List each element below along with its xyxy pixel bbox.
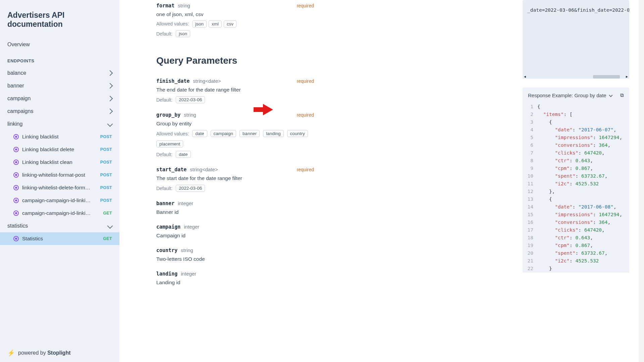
http-method-badge: POST — [100, 134, 112, 139]
code-content: { — [537, 103, 540, 111]
line-number: 20 — [523, 249, 537, 257]
endpoint-icon — [13, 172, 19, 178]
allowed-label: Allowed values: — [156, 131, 189, 136]
default-label: Default: — [156, 152, 172, 157]
sidebar-item-campaigns[interactable]: campaigns — [0, 105, 119, 118]
sidebar-subitem[interactable]: linking-whitelist-format-postPOST — [0, 169, 119, 181]
sidebar-footer[interactable]: ⚡ powered by Stoplight — [0, 344, 119, 362]
sidebar-scroll[interactable]: Overview ENDPOINTS balancebannercampaign… — [0, 35, 119, 344]
sidebar-item-label: banner — [7, 83, 24, 89]
code-line: 20 "spent": 63732.67, — [523, 249, 629, 257]
response-code[interactable]: 1{2 "items": [3 {4 "date": "2017-06-07",… — [523, 103, 629, 273]
sidebar-item-balance[interactable]: balance — [0, 67, 119, 79]
sidebar-subitem[interactable]: Linking blacklist deletePOST — [0, 143, 119, 156]
chevron-down-icon — [107, 121, 113, 127]
param-name: start_date — [156, 167, 186, 173]
response-example-title: Response Example: Group by date — [528, 93, 606, 98]
line-number: 7 — [523, 149, 537, 157]
sidebar-subitem-label: campaign-campaign-id-linking-w... — [22, 197, 93, 203]
line-number: 5 — [523, 134, 537, 141]
sidebar-subitem-label: Statistics — [22, 236, 43, 242]
chevron-right-icon — [107, 83, 113, 89]
line-number: 12 — [523, 188, 537, 195]
line-number: 22 — [523, 265, 537, 273]
param-type: integer — [181, 271, 196, 277]
code-content: "impressions": 1647294, — [537, 211, 622, 219]
code-content: "clicks": 647420, — [537, 149, 605, 157]
param-name: campaign — [156, 224, 180, 230]
sidebar-subitem-label: linking-whitelist-delete-format-p... — [22, 185, 93, 191]
allowed-values-row: Allowed values:datecampaignbannerlanding… — [156, 130, 314, 147]
code-content: "ctr": 0.643, — [537, 234, 593, 242]
http-method-badge: POST — [100, 185, 112, 190]
chevron-right-icon — [107, 109, 113, 114]
sidebar-item-linking[interactable]: linking — [0, 118, 119, 130]
default-row: Default:date — [156, 151, 314, 158]
code-panel: _date=2022-03-06&finish_date=2022-03-06&… — [518, 0, 639, 362]
allowed-values-row: Allowed values: jsonxmlcsv — [156, 21, 314, 27]
endpoint-icon — [13, 134, 19, 139]
line-number: 19 — [523, 242, 537, 249]
http-method-badge: GET — [103, 236, 112, 241]
code-content: "ctr": 0.643, — [537, 157, 593, 165]
param-desc: Landing id — [156, 280, 314, 286]
sidebar-subitem-label: campaign-campaign-id-linking-wh... — [22, 210, 93, 216]
sidebar-title: Advertisers API documentation — [0, 0, 119, 35]
param-name: group_by — [156, 112, 180, 118]
code-line: 11 "i2c": 4525.532 — [523, 180, 629, 188]
param-landing: landingintegerLanding id — [156, 268, 314, 292]
main-content[interactable]: format string required one of json, xml,… — [119, 0, 518, 362]
line-number: 14 — [523, 203, 537, 211]
param-country: countrystringTwo-letters ISO code — [156, 245, 314, 268]
param-name: format — [156, 3, 174, 9]
code-line: 9 "cpm": 0.867, — [523, 165, 629, 172]
scroll-right-icon[interactable]: ► — [625, 75, 629, 78]
required-badge: required — [297, 112, 314, 118]
sidebar-item-statistics[interactable]: statistics — [0, 220, 119, 232]
code-line: 21 "i2c": 4525.532 — [523, 257, 629, 265]
page-vertical-scrollbar[interactable] — [639, 0, 644, 362]
code-content: "cpm": 0.867, — [537, 165, 593, 172]
footer-text: powered by Stoplight — [18, 350, 70, 356]
code-line: 13 { — [523, 195, 629, 203]
param-desc: The end date for the date range filter — [156, 87, 314, 93]
allowed-value-chip: csv — [224, 20, 236, 27]
default-row: Default:2022-03-06 — [156, 96, 314, 103]
sidebar-subitem[interactable]: campaign-campaign-id-linking-wh...GET — [0, 207, 119, 220]
sidebar-subitem[interactable]: campaign-campaign-id-linking-w...POST — [0, 194, 119, 207]
code-content: "conversions": 364, — [537, 219, 610, 226]
scroll-left-icon[interactable]: ◄ — [523, 75, 527, 78]
default-label: Default: — [156, 186, 172, 191]
sidebar-subitem[interactable]: StatisticsGET — [0, 232, 119, 245]
sidebar-subitem[interactable]: Linking blacklistPOST — [0, 130, 119, 143]
endpoint-icon — [13, 198, 19, 203]
sidebar-item-banner[interactable]: banner — [0, 79, 119, 92]
endpoint-icon — [13, 147, 19, 152]
sidebar-item-label: Overview — [7, 42, 30, 48]
allowed-value-chip: date — [192, 130, 207, 137]
horizontal-scrollbar[interactable]: ◄ ► — [523, 74, 629, 79]
param-type: integer — [184, 224, 199, 230]
param-name: landing — [156, 271, 177, 277]
scrollbar-thumb[interactable] — [593, 75, 620, 78]
response-example-selector[interactable]: Response Example: Group by date — [528, 93, 612, 98]
code-content: "spent": 63732.67, — [537, 249, 608, 257]
copy-icon[interactable]: ⧉ — [620, 92, 624, 98]
default-chip: date — [176, 151, 191, 158]
chevron-down-icon — [107, 223, 113, 229]
http-method-badge: POST — [100, 198, 112, 203]
sidebar-subitem[interactable]: linking-whitelist-delete-format-p...POST — [0, 181, 119, 194]
sidebar-item-overview[interactable]: Overview — [0, 38, 119, 51]
sidebar: Advertisers API documentation Overview E… — [0, 0, 119, 362]
code-content: "impressions": 1647294, — [537, 134, 622, 141]
sidebar-item-campaign[interactable]: campaign — [0, 92, 119, 105]
required-badge: required — [297, 78, 314, 84]
code-content: "spent": 63732.67, — [537, 172, 608, 180]
param-type: string<date> — [193, 78, 221, 84]
sidebar-subitem-label: Linking blacklist clean — [22, 159, 72, 165]
request-sample-box: _date=2022-03-06&finish_date=2022-03-06&… — [523, 0, 629, 79]
sidebar-subitem[interactable]: Linking blacklist cleanPOST — [0, 156, 119, 169]
default-label: Default: — [156, 97, 172, 103]
line-number: 10 — [523, 172, 537, 180]
param-desc: Two-letters ISO code — [156, 256, 314, 262]
